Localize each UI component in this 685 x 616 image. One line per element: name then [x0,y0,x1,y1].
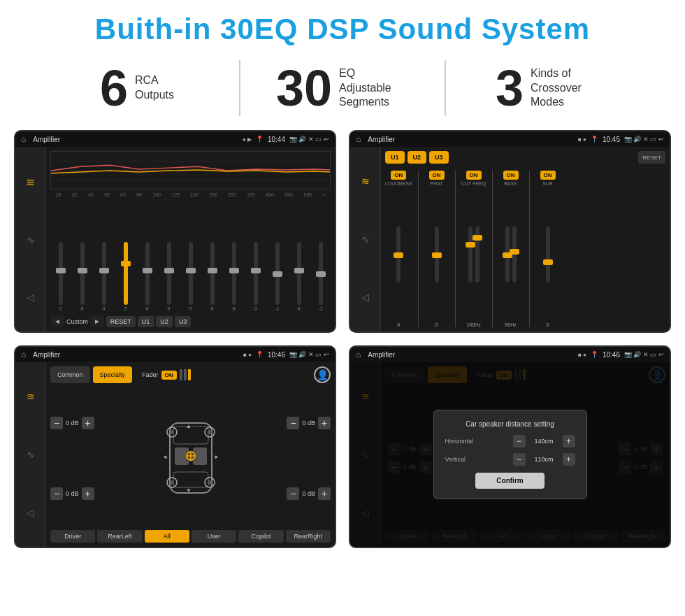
all-btn-3[interactable]: All [145,530,189,543]
status-dots-2: ■ ● [578,136,586,143]
bass-col: ON BASS 80Hz [498,171,524,327]
eq-slider-6[interactable]: 0 [180,242,201,311]
stat-crossover: 3 Kinds ofCrossover Modes [453,63,643,113]
u2-channel-btn[interactable]: U2 [408,151,427,164]
status-dots-1: ● ▶ [243,136,252,143]
bass-value: 80Hz [505,322,516,327]
preset-label: Custom [66,318,88,325]
u2-btn-1[interactable]: U2 [156,316,173,327]
u1-channel-btn[interactable]: U1 [385,151,405,164]
user-icon-3: 👤 [314,366,331,383]
copilot-btn-3[interactable]: Copilot [238,530,283,543]
u3-channel-btn[interactable]: U3 [429,151,449,164]
status-dots-4: ■ ● [578,352,586,358]
eq-icon-1[interactable]: ≋ [26,176,35,189]
horizontal-label: Horizontal [445,438,487,445]
phat-toggle[interactable]: ON [429,171,445,180]
speaker-icon-2[interactable]: ◁ [361,292,369,303]
vertical-value: 110cm [528,456,560,463]
loudness-slider[interactable] [396,227,401,282]
home-icon-3[interactable]: ⌂ [21,350,26,359]
cutfreq-toggle[interactable]: ON [466,171,482,180]
u3-btn-1[interactable]: U3 [175,316,192,327]
rearleft-btn-3[interactable]: RearLeft [97,530,142,543]
horizontal-plus-btn[interactable]: + [563,435,575,447]
wave-icon-3[interactable]: ∿ [27,449,35,460]
eq-slider-11[interactable]: 0 [289,242,309,311]
eq-icon-3[interactable]: ≋ [27,391,35,402]
cutfreq-value: 100Hz [466,322,480,327]
user-btn-3[interactable]: User [192,530,236,543]
sub-slider[interactable] [546,227,550,282]
fl-plus-btn[interactable]: + [82,417,94,429]
bass-slider2[interactable] [512,227,517,282]
specialty-tab[interactable]: Specialty [93,366,133,383]
sub-toggle[interactable]: ON [540,171,556,180]
fr-plus-btn[interactable]: + [318,417,331,429]
reset-btn-2[interactable]: RESET [638,151,665,164]
bass-slider[interactable] [505,227,510,282]
cutfreq-slider[interactable] [468,227,473,282]
eq-slider-1[interactable]: 0 [72,242,92,311]
eq-icon-2[interactable]: ≋ [361,176,370,187]
svg-point-16 [208,430,212,434]
confirm-button[interactable]: Confirm [475,473,544,489]
rl-plus-btn[interactable]: + [82,487,94,500]
speaker-icon-3[interactable]: ◁ [27,507,34,518]
prev-preset-btn[interactable]: ◄ [50,315,64,327]
bottom-nav-3: Driver RearLeft All User Copilot RearRig… [50,530,331,543]
home-icon-4[interactable]: ⌂ [356,350,361,359]
stats-row: 6 RCAOutputs 30 EQ AdjustableSegments 3 … [0,53,685,124]
driver-btn-3[interactable]: Driver [50,530,95,543]
cutfreq-slider2[interactable] [475,227,480,282]
bass-toggle[interactable]: ON [503,171,519,180]
fr-minus-btn[interactable]: − [287,417,299,429]
cutfreq-col: ON CUT FREQ 100Hz [461,171,486,327]
side-panel-3: ≋ ∿ ◁ [15,362,46,547]
fader-toggle[interactable]: ON [161,371,177,380]
dialog-row-horizontal: Horizontal − 140cm + [445,435,575,447]
eq-freq-labels: 25 32 40 50 63 80 100 125 160 200 250 32… [50,192,331,197]
vertical-minus-btn[interactable]: − [513,453,526,466]
eq-slider-12[interactable]: -1 [310,242,331,311]
eq-slider-5[interactable]: 0 [159,242,179,311]
stat-label-eq: EQ AdjustableSegments [339,66,409,110]
divider-1 [418,171,419,327]
eq-slider-4[interactable]: 0 [137,242,157,311]
eq-slider-10[interactable]: -1 [267,242,287,311]
divider-4 [529,171,530,327]
fader-tabs: Common Specialty Fader ON 👤 [50,366,331,383]
status-pin-1: 📍 [256,136,264,143]
fr-db-value: 0 dB [302,420,315,427]
dialog-box: Car speaker distance setting Horizontal … [433,410,587,499]
home-icon-1[interactable]: ⌂ [21,134,26,144]
u1-btn-1[interactable]: U1 [138,316,154,327]
fl-minus-btn[interactable]: − [50,417,63,429]
home-icon-2[interactable]: ⌂ [356,134,361,144]
rr-plus-btn[interactable]: + [318,487,331,500]
status-title-2: Amplifier [368,136,574,143]
eq-slider-3[interactable]: 5 [115,242,136,311]
horizontal-minus-btn[interactable]: − [513,435,526,447]
svg-point-14 [170,430,174,434]
stat-eq: 30 EQ AdjustableSegments [247,63,438,113]
eq-slider-9[interactable]: 0 [245,242,266,311]
speaker-icon-1[interactable]: ◁ [27,292,34,303]
rr-minus-btn[interactable]: − [287,487,299,500]
phat-slider[interactable] [435,227,439,282]
rl-minus-btn[interactable]: − [50,487,63,500]
loudness-toggle[interactable]: ON [391,171,406,180]
wave-icon-2[interactable]: ∿ [361,234,370,245]
eq-slider-2[interactable]: 0 [94,242,114,311]
eq-slider-8[interactable]: 0 [224,242,244,311]
status-time-2: 10:45 [603,136,620,143]
common-tab[interactable]: Common [50,366,90,383]
eq-slider-7[interactable]: 0 [202,242,222,311]
rearright-btn-3[interactable]: RearRight [286,530,331,543]
play-btn[interactable]: ► [90,315,104,327]
phat-label: PHAT [430,181,442,186]
wave-icon-1[interactable]: ∿ [27,234,35,245]
reset-btn-1[interactable]: RESET [106,316,136,327]
vertical-plus-btn[interactable]: + [563,453,575,466]
eq-slider-0[interactable]: 0 [50,242,71,311]
